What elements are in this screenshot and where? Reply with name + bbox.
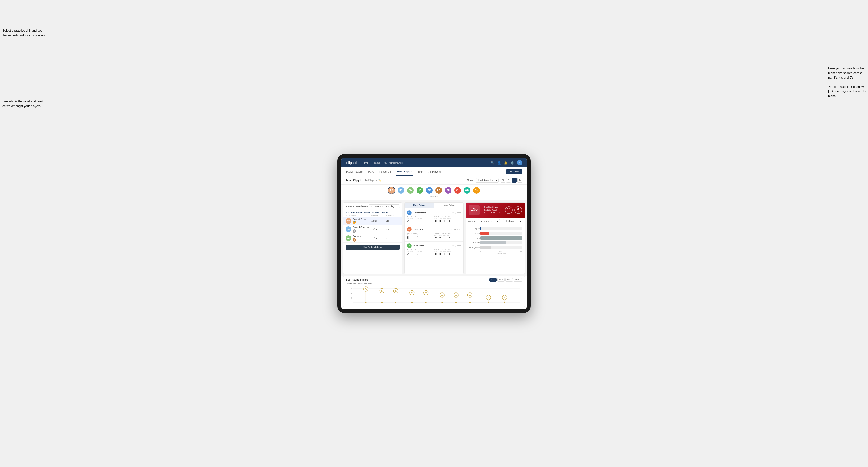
lb-score-1: 19/20 xyxy=(371,220,385,222)
nav-bar: clippd Home Teams My Performance 🔍 👤 🔔 ⚙… xyxy=(341,158,527,167)
main-grid: Practice Leaderboards PUTT Must Make Put… xyxy=(341,200,527,276)
eagles-label: Eagles xyxy=(468,228,479,230)
players-filter-select[interactable]: All Players xyxy=(503,219,522,223)
dbogeys-track: 131 xyxy=(480,246,522,249)
player-avatar-2[interactable]: EC xyxy=(397,187,405,194)
dist-label-1: yds xyxy=(507,211,510,213)
sub-nav-tour[interactable]: Tour xyxy=(417,167,423,176)
sort-view[interactable]: ⇅ xyxy=(518,178,522,183)
scoring-title: Scoring xyxy=(468,220,476,222)
bogeys-label: Bogeys xyxy=(468,242,479,244)
player-avatar-7[interactable]: TP xyxy=(444,187,452,194)
sub-nav-pga[interactable]: PGA xyxy=(368,167,374,176)
scoring-card: 198 SQ Shot Dist: 16 yds Start Lie: Roug… xyxy=(466,203,525,274)
svg-point-10 xyxy=(365,302,366,303)
view-icons: ⊞ ⊟ ☰ ⇅ xyxy=(500,178,522,183)
streaks-pill-ott[interactable]: OTT xyxy=(489,278,497,282)
add-team-button[interactable]: Add Team xyxy=(506,169,522,174)
streaks-pill-putt[interactable]: PUTT xyxy=(514,278,522,282)
arg-val-2: 0 xyxy=(443,236,446,239)
activity-name-2: Rees Britt xyxy=(413,228,423,230)
activity-player-header-3: JC Josh Coles 26 Aug 2023 xyxy=(407,243,461,248)
team-name: Team Clippd xyxy=(346,179,361,182)
lb-avatar-3: CM xyxy=(346,236,351,241)
players-label: Players xyxy=(431,195,437,198)
activity-avatar-2: RB xyxy=(407,227,412,231)
scoring-bar-birdies: Birdies 96 xyxy=(468,231,522,235)
grid-large-view[interactable]: ⊟ xyxy=(506,178,511,183)
people-icon[interactable]: 👤 xyxy=(497,161,501,165)
svg-text:3x: 3x xyxy=(488,297,489,299)
leaderboard-title: Practice Leaderboards xyxy=(346,205,368,208)
show-label: Show: xyxy=(467,179,474,182)
tablet-frame: clippd Home Teams My Performance 🔍 👤 🔔 ⚙… xyxy=(337,154,531,313)
streaks-pill-app[interactable]: APP xyxy=(497,278,504,282)
player-avatar-6[interactable]: RA xyxy=(435,187,442,194)
par-filter-select[interactable]: Par 3, 4 & 5s xyxy=(478,219,500,223)
player-avatar-10[interactable]: GH xyxy=(473,187,480,194)
shot-info: Shot Dist: 16 yds Start Lie: Rough End L… xyxy=(484,206,501,215)
sub-nav-team-clippd[interactable]: Team Clippd xyxy=(396,167,412,176)
annotation-top-right: Here you can see how theteam have scored… xyxy=(828,66,866,98)
lb-badge-silver-2: 2 xyxy=(352,229,356,233)
nav-my-performance[interactable]: My Performance xyxy=(384,161,403,165)
team-header: Team Clippd | 14 Players ✏️ Show: Last 3… xyxy=(341,176,527,185)
nav-teams[interactable]: Teams xyxy=(372,161,380,165)
search-icon[interactable]: 🔍 xyxy=(491,161,494,165)
view-full-leaderboard-button[interactable]: View Full Leaderboard xyxy=(346,245,400,250)
dbogeys-fill xyxy=(480,246,491,249)
grid-small-view[interactable]: ⊞ xyxy=(500,178,505,183)
eagles-fill xyxy=(480,227,481,230)
sub-nav-pgat[interactable]: PGAT Players xyxy=(346,167,363,176)
shot-dist: Shot Dist: 16 yds xyxy=(484,206,501,209)
activity-avatar-3: JC xyxy=(407,243,412,248)
least-active-tab[interactable]: Least Active xyxy=(434,203,464,208)
player-avatar-3[interactable]: CM xyxy=(407,187,414,194)
birdies-label: Birdies xyxy=(468,232,479,235)
pars-label: Pars xyxy=(468,237,479,239)
streaks-pill-arg[interactable]: ARG xyxy=(505,278,513,282)
player-avatar-8[interactable]: KL xyxy=(454,187,461,194)
practice-val-1: 6 xyxy=(417,219,422,223)
activity-name-1: Blair McHarg xyxy=(413,212,426,214)
ott-val-1: 0 xyxy=(434,220,437,222)
sub-nav-hcaps[interactable]: Hcaps 1-5 xyxy=(379,167,392,176)
player-avatar-1[interactable]: RB xyxy=(388,187,395,194)
most-active-tab[interactable]: Most Active xyxy=(404,203,434,208)
tournament-val-1: 7 xyxy=(407,219,414,223)
svg-text:6x: 6x xyxy=(395,290,397,292)
nav-home[interactable]: Home xyxy=(362,161,368,165)
avatar[interactable]: A xyxy=(517,160,522,165)
nav-icons: 🔍 👤 🔔 ⚙️ A xyxy=(491,160,522,165)
total-rounds-label-2: Total Rounds xyxy=(407,232,434,234)
birdies-fill xyxy=(480,231,489,235)
show-period-select[interactable]: Last 3 months xyxy=(476,178,499,183)
dist-circle-1: 16 yds xyxy=(505,206,513,214)
player-avatar-5[interactable]: BM xyxy=(426,187,433,194)
dist-circle-2: 0 yds xyxy=(515,206,522,214)
ott-val-3: 0 xyxy=(434,253,437,255)
scoring-x-axis: 0 200 400 xyxy=(468,250,522,252)
x-axis-0: 0 xyxy=(480,250,482,252)
lb-col-headers: PLAYER NAME PB SCORE PB AVG SQ xyxy=(343,214,402,217)
streaks-section: Best Round Streaks OTT APP ARG PUTT Off … xyxy=(343,276,525,307)
player-avatar-9[interactable]: WD xyxy=(463,187,471,194)
team-title: Team Clippd | 14 Players ✏️ xyxy=(346,179,381,182)
lb-avg-3: 103 xyxy=(385,237,400,239)
edit-icon[interactable]: ✏️ xyxy=(378,179,381,182)
svg-point-22 xyxy=(411,302,413,303)
total-practice-label-1: Total Practice Activities xyxy=(434,216,461,218)
lb-player-row-3: CM Cameron... 3 17/20 103 xyxy=(343,234,402,243)
list-view[interactable]: ☰ xyxy=(512,178,517,183)
svg-point-38 xyxy=(469,302,470,303)
settings-icon[interactable]: ⚙️ xyxy=(510,161,514,165)
leaderboard-drill: PUTT Must Make Putting (3-6 ft), xyxy=(346,211,375,214)
dbogeys-label: D. Bogeys + xyxy=(468,247,479,249)
leaderboard-dropdown[interactable]: PUTT Must Make Putting... xyxy=(369,205,400,208)
bell-icon[interactable]: 🔔 xyxy=(504,161,507,165)
sub-nav-all-players[interactable]: All Players xyxy=(428,167,441,176)
player-avatar-4[interactable]: JC xyxy=(416,187,424,194)
lb-player-row-1: RB Richard Butler 🏅 19/20 110 xyxy=(343,217,402,225)
lb-col-avg: PB AVG SQ xyxy=(385,215,400,217)
svg-point-42 xyxy=(488,302,489,303)
